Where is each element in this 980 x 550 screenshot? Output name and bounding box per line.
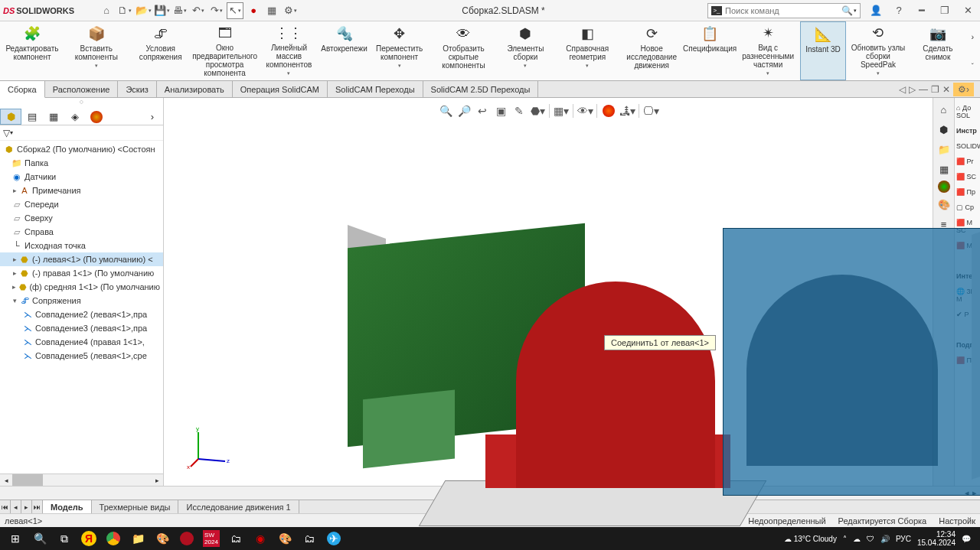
tray-language[interactable]: РУС <box>896 535 911 543</box>
help-icon[interactable]: ? <box>890 2 907 19</box>
solidworks-taskbar-icon[interactable]: SW2024 <box>199 528 224 549</box>
open-file-icon[interactable]: 📂▾ <box>135 2 152 19</box>
preview-window-button[interactable]: 🗔Окно предварительного просмотра компоне… <box>193 21 257 80</box>
panel-close-icon[interactable]: ✕ <box>942 84 950 95</box>
exploded-view-button[interactable]: ✴Вид с разнесенными частями▾ <box>736 21 800 80</box>
save-icon[interactable]: 💾▾ <box>153 2 170 19</box>
dimxpert-tab-icon[interactable]: ◈ <box>64 109 86 125</box>
dynamic-annotation-icon[interactable]: ✎ <box>511 103 528 119</box>
task-view-icon[interactable]: ⧉ <box>52 528 77 549</box>
tree-origin[interactable]: └Исходная точка <box>0 239 163 252</box>
tab-solidcam-operation[interactable]: Операция SolidCAM <box>233 81 328 97</box>
edit-component-button[interactable]: 🧩Редактировать компонент <box>0 21 64 80</box>
tree-mate-2[interactable]: ⋋Совпадение2 (левая<1>,пра <box>0 308 163 321</box>
taskpane-view-palette-icon[interactable] <box>938 181 950 193</box>
panel-next-icon[interactable]: ▷ <box>909 84 916 95</box>
status-settings[interactable]: Настройк <box>939 516 975 526</box>
file-explorer-icon[interactable]: 📁 <box>126 528 150 549</box>
extensions-icon[interactable]: ⚙› <box>953 83 974 96</box>
panel-max-icon[interactable]: ❐ <box>931 84 939 95</box>
property-manager-tab-icon[interactable]: ▤ <box>21 109 43 125</box>
apply-scene-icon[interactable]: 🏞▾ <box>619 103 635 119</box>
tree-mates[interactable]: ▾🖇Сопряжения <box>0 294 163 308</box>
tray-volume-icon[interactable]: 🔊 <box>880 535 890 543</box>
telegram-icon[interactable]: ✈ <box>322 528 346 549</box>
panel-expand-icon[interactable]: › <box>142 109 163 125</box>
edit-appearance-icon[interactable] <box>603 105 615 117</box>
close-icon[interactable]: ✕ <box>959 2 976 19</box>
home-icon[interactable]: ⌂ <box>98 2 115 19</box>
linear-pattern-button[interactable]: ⋮⋮Линейный массив компонентов▾ <box>257 21 322 80</box>
instant-3d-button[interactable]: 📐Instant 3D <box>800 21 846 80</box>
tree-plane-front[interactable]: ▱Спереди <box>0 197 163 211</box>
tree-plane-right[interactable]: ▱Справа <box>0 225 163 239</box>
weather-widget[interactable]: ☁ 13°C Cloudy <box>784 535 837 543</box>
hide-show-icon[interactable]: 👁▾ <box>577 103 593 119</box>
tree-root[interactable]: ⬢Сборка2 (По умолчанию) <Состоян <box>0 142 163 156</box>
redo-icon[interactable]: ↷▾ <box>208 2 225 19</box>
undo-icon[interactable]: ↶▾ <box>190 2 207 19</box>
app-icon-2[interactable]: 🗂 <box>224 528 248 549</box>
btab-motion-study-1[interactable]: Исследование движения 1 <box>178 500 299 513</box>
bom-button[interactable]: 📋Спецификация <box>684 21 736 80</box>
tree-part-right[interactable]: ▸⬣(-) правая 1<1> (По умолчанию <box>0 266 163 280</box>
panel-prev-icon[interactable]: ◁ <box>899 84 906 95</box>
btab-3d-views[interactable]: Трехмерные виды <box>92 500 179 513</box>
tab-solidcam-transitions[interactable]: SolidCAM Переходы <box>328 81 423 97</box>
display-style-icon[interactable]: ▦▾ <box>553 103 570 119</box>
previous-view-icon[interactable]: ↩ <box>474 103 491 119</box>
configuration-tab-icon[interactable]: ▦ <box>43 109 64 125</box>
ref-geometry-button[interactable]: ◧Справочная геометрия▾ <box>555 21 619 80</box>
filter-icon[interactable]: ▽ <box>3 128 10 138</box>
select-icon[interactable]: ↖▾ <box>227 2 243 19</box>
panel-min-icon[interactable]: — <box>919 84 928 95</box>
motion-study-button[interactable]: ⟳Новое исследование движения <box>619 21 684 80</box>
user-icon[interactable]: 👤 <box>867 2 884 19</box>
tray-wifi-icon[interactable]: 🛡 <box>867 535 874 543</box>
tab-evaluate[interactable]: Анализировать <box>157 81 233 97</box>
snapshot-button[interactable]: 📷Сделать снимок <box>910 21 965 80</box>
taskpane-resources-icon[interactable]: ⬢ <box>936 121 952 138</box>
insert-components-button[interactable]: 📦Вставить компоненты▾ <box>64 21 129 80</box>
taskpane-home-icon[interactable]: ⌂ <box>936 101 952 118</box>
options-icon[interactable]: ▦ <box>263 2 280 19</box>
ribbon-collapse-icon[interactable]: ˇ <box>972 62 974 70</box>
start-button[interactable]: ⊞ <box>3 528 28 549</box>
taskpane-file-explorer-icon[interactable]: ▦ <box>936 161 952 177</box>
tree-part-left[interactable]: ▸⬣(-) левая<1> (По умолчанию) < <box>0 252 163 266</box>
move-component-button[interactable]: ✥Переместить компонент▾ <box>368 21 432 80</box>
section-view-icon[interactable]: ▣ <box>492 103 509 119</box>
rebuild-icon[interactable]: ● <box>245 2 262 19</box>
app-icon-4[interactable]: 🗂 <box>297 528 322 549</box>
command-search[interactable]: >_ 🔍▾ <box>707 3 861 18</box>
tree-mate-3[interactable]: ⋋Совпадение3 (левая<1>,пра <box>0 321 163 335</box>
yandex-icon[interactable]: Я <box>77 528 101 549</box>
tab-assembly[interactable]: Сборка <box>0 81 45 98</box>
settings-icon[interactable]: ⚙▾ <box>282 2 299 19</box>
btab-next-icon[interactable]: ▸ <box>21 500 32 513</box>
search-taskbar-icon[interactable]: 🔍 <box>28 528 52 549</box>
tray-chevron-icon[interactable]: ˄ <box>843 535 847 543</box>
view-orientation-icon[interactable]: ⬣▾ <box>529 103 546 119</box>
btab-first-icon[interactable]: ⏮ <box>0 500 11 513</box>
tree-sensors[interactable]: ◉Датчики <box>0 170 163 184</box>
tree-mate-4[interactable]: ⋋Совпадение4 (правая 1<1>, <box>0 335 163 349</box>
record-icon[interactable]: ◉ <box>248 528 273 549</box>
smart-fasteners-button[interactable]: 🔩Автокрепежи <box>321 21 367 80</box>
tray-clock[interactable]: 12:3415.04.2024 <box>917 530 956 547</box>
chrome-icon[interactable] <box>101 528 126 549</box>
app-icon-3[interactable]: 🎨 <box>273 528 297 549</box>
tray-notifications-icon[interactable]: 💬 <box>962 535 971 543</box>
tab-solidcam-25d[interactable]: SolidCAM 2.5D Переходы <box>423 81 539 97</box>
print-icon[interactable]: 🖶▾ <box>172 2 188 19</box>
graphics-viewport[interactable]: 🔍 🔎 ↩ ▣ ✎ ⬣▾ ▦▾ 👁▾ 🏞▾ 🖵▾ Соединить1 от л… <box>164 98 933 486</box>
minimize-icon[interactable]: ━ <box>913 2 930 19</box>
view-settings-icon[interactable]: 🖵▾ <box>642 103 659 119</box>
tab-layout[interactable]: Расположение <box>45 81 119 97</box>
taskpane-design-library-icon[interactable]: 📁 <box>936 141 952 158</box>
app-icon-1[interactable]: 🎨 <box>150 528 175 549</box>
feature-tree-tab-icon[interactable]: ⬢ <box>0 109 21 125</box>
tree-part-middle[interactable]: ▸⬣(ф) средняя 1<1> (По умолчанию <box>0 280 163 294</box>
maximize-icon[interactable]: ❐ <box>936 2 953 19</box>
zoom-fit-icon[interactable]: 🔍 <box>437 103 454 119</box>
